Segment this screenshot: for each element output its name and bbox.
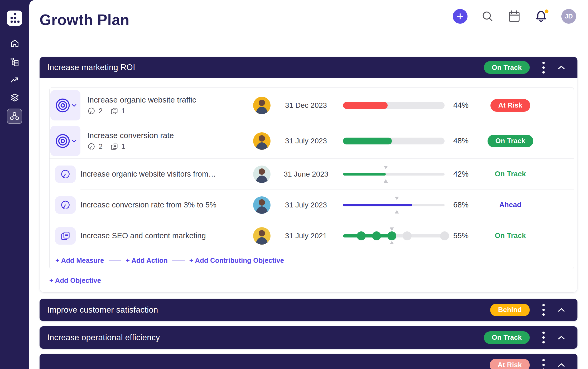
- owner-avatar: [253, 227, 271, 245]
- row-counts: 2 1: [87, 107, 246, 115]
- progress-percent: 48%: [445, 137, 477, 145]
- progress-fill: [343, 234, 392, 237]
- due-date: 31 July 2021: [278, 226, 334, 246]
- collapse-chevron-up-icon[interactable]: [557, 335, 565, 340]
- add-contributing-objective-link[interactable]: + Add Contributing Objective: [189, 256, 284, 265]
- topbar: JD: [453, 9, 576, 24]
- milestone-dot: [440, 231, 449, 240]
- progress-percent: 55%: [445, 231, 477, 240]
- status-badge[interactable]: On Track: [488, 135, 533, 147]
- kebab-menu-button[interactable]: [541, 61, 546, 75]
- section-title: Improve customer satisfaction: [47, 305, 490, 315]
- measure-type-tile[interactable]: [55, 166, 76, 183]
- collapse-chevron-up-icon[interactable]: [557, 65, 565, 70]
- table-row-objective-1[interactable]: Increase organic website traffic 2 1: [50, 88, 574, 123]
- objective-type-tile[interactable]: [50, 90, 80, 120]
- sidebar-item-plan-active[interactable]: [7, 109, 22, 124]
- add-action-link[interactable]: + Add Action: [126, 256, 168, 265]
- row-title: Increase conversion rate: [87, 131, 246, 140]
- section-bar-customer-satisfaction[interactable]: Improve customer satisfaction Behind: [40, 299, 577, 321]
- share-network-icon: [9, 111, 20, 121]
- search-icon: [481, 10, 494, 23]
- section-bar-partial[interactable]: At Risk: [40, 354, 577, 369]
- kebab-menu-button[interactable]: [541, 358, 546, 369]
- action-type-tile[interactable]: [55, 227, 76, 245]
- sidebar: [0, 0, 29, 369]
- status-label: On Track: [495, 170, 526, 178]
- search-button[interactable]: [481, 10, 494, 23]
- notifications-button[interactable]: [534, 10, 548, 23]
- progress-bar-cell: [334, 204, 445, 206]
- progress-percent: 68%: [445, 201, 477, 209]
- progress-percent: 44%: [445, 101, 477, 110]
- measure-count: 2: [99, 107, 103, 115]
- logo-dot: [11, 17, 13, 19]
- row-title: Increase conversion rate from 3% to 5%: [80, 201, 246, 209]
- measure-gauge-icon: [87, 107, 95, 115]
- objective-type-tile[interactable]: [50, 126, 80, 156]
- collapse-chevron-up-icon[interactable]: [557, 307, 565, 313]
- due-date: 31 June 2023: [278, 164, 334, 184]
- status-badge[interactable]: Behind: [490, 304, 530, 316]
- logo-dot: [11, 21, 13, 23]
- add-links-row: + Add Measure + Add Action + Add Contrib…: [50, 251, 574, 269]
- kebab-menu-button[interactable]: [541, 303, 546, 317]
- due-date: 31 July 2023: [278, 195, 334, 215]
- milestone-dot: [372, 231, 381, 240]
- progress-bar-cell: [334, 138, 445, 144]
- table-row-objective-2[interactable]: Increase conversion rate 2 1: [50, 123, 574, 159]
- objective-card: Increase marketing ROI On Track: [40, 57, 577, 293]
- measure-type-tile[interactable]: [55, 196, 76, 214]
- progress-fill: [343, 138, 392, 144]
- section-bar-operational-efficiency[interactable]: Increase operational efficiency On Track: [40, 326, 577, 349]
- owner-avatar: [253, 97, 271, 114]
- dash-divider: [172, 260, 185, 261]
- logo-dot: [14, 13, 16, 15]
- objective-rows-card: Increase organic website traffic 2 1: [49, 87, 574, 269]
- home-icon[interactable]: [10, 38, 20, 48]
- calendar-button[interactable]: [508, 10, 521, 23]
- owner-avatar: [253, 166, 271, 183]
- milestone-bar-cell: [334, 234, 445, 237]
- status-badge[interactable]: At Risk: [490, 99, 531, 112]
- objective-header[interactable]: Increase marketing ROI On Track: [40, 57, 577, 78]
- trend-up-icon[interactable]: [10, 75, 20, 85]
- chevron-down-icon: [72, 139, 76, 143]
- section-title: Increase operational efficiency: [47, 333, 484, 342]
- org-chart-icon[interactable]: [10, 57, 20, 67]
- status-badge[interactable]: On Track: [484, 61, 530, 74]
- measure-count: 2: [99, 143, 103, 151]
- objective-title: Increase marketing ROI: [47, 63, 484, 72]
- owner-avatar: [253, 196, 271, 214]
- table-row-measure-2[interactable]: Increase conversion rate from 3% to 5% 3…: [50, 190, 574, 220]
- docs-icon: [60, 231, 70, 241]
- create-button[interactable]: [453, 9, 467, 24]
- table-row-measure-1[interactable]: Increase organic website visitors from… …: [50, 159, 574, 190]
- row-title: Increase organic website traffic: [87, 95, 246, 104]
- milestone-dot: [357, 231, 366, 240]
- collapse-chevron-up-icon[interactable]: [557, 362, 565, 368]
- main-panel: Growth Plan JD: [29, 0, 588, 369]
- action-docs-icon: [110, 143, 118, 150]
- logo-dot: [14, 17, 16, 19]
- app-logo[interactable]: [7, 11, 22, 26]
- add-objective-link[interactable]: + Add Objective: [49, 276, 101, 285]
- dash-divider: [109, 260, 121, 261]
- status-badge[interactable]: On Track: [484, 331, 530, 344]
- user-avatar[interactable]: JD: [561, 9, 576, 24]
- measure-gauge-icon: [87, 143, 95, 151]
- chevron-down-icon: [72, 104, 76, 107]
- kebab-menu-button[interactable]: [541, 331, 546, 344]
- add-measure-link[interactable]: + Add Measure: [55, 256, 104, 265]
- status-badge[interactable]: At Risk: [490, 359, 530, 369]
- progress-fill: [343, 102, 388, 109]
- notification-dot: [544, 9, 549, 14]
- row-title: Increase organic website visitors from…: [80, 170, 246, 178]
- calendar-icon: [508, 10, 521, 23]
- table-row-action-1[interactable]: Increase SEO and content marketing 31 Ju…: [50, 220, 574, 251]
- row-counts: 2 1: [87, 143, 246, 151]
- logo-dot: [17, 21, 20, 23]
- row-title: Increase SEO and content marketing: [80, 231, 246, 240]
- layers-icon[interactable]: [10, 93, 20, 103]
- progress-fill: [343, 204, 412, 206]
